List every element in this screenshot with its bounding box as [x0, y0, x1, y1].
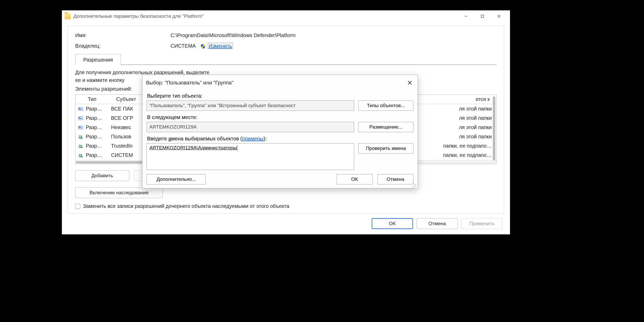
svg-rect-20 [80, 147, 83, 148]
svg-point-22 [81, 154, 82, 156]
add-button[interactable]: Добавить [75, 170, 129, 181]
lock-icon [78, 115, 84, 121]
users-icon [78, 134, 84, 140]
svg-point-13 [79, 135, 80, 137]
row-applies: папки, ее подпапо… [443, 143, 492, 149]
svg-point-14 [81, 135, 82, 137]
modal-ok-button[interactable]: OK [337, 174, 373, 184]
object-names-input[interactable]: ARTEMKOZORI129A\Администраторы [147, 143, 354, 170]
modal-cancel-button[interactable]: Отмена [377, 174, 413, 184]
svg-rect-5 [79, 108, 80, 109]
svg-rect-6 [79, 109, 82, 109]
examples-link[interactable]: примеры [242, 136, 264, 141]
row-subject: TrustedIn [111, 143, 137, 149]
svg-point-17 [79, 145, 80, 146]
close-button[interactable] [491, 11, 507, 21]
title-bar: Дополнительные параметры безопасности дл… [62, 11, 510, 22]
row-applies: ля этой папки [459, 124, 492, 130]
row-type: Разр… [86, 134, 109, 140]
cancel-button[interactable]: Отмена [417, 218, 458, 229]
users-icon [78, 143, 84, 149]
row-type: Разр… [86, 115, 109, 121]
modal-title: Выбор: "Пользователь" или "Группа" [146, 80, 233, 86]
check-names-button[interactable]: Проверить имена [358, 143, 413, 154]
advanced-button[interactable]: Дополнительно... [147, 174, 206, 184]
svg-rect-24 [80, 156, 83, 157]
row-subject: Пользов [111, 134, 137, 140]
row-type: Разр… [86, 152, 109, 158]
svg-rect-1 [481, 15, 484, 18]
row-applies: папки, ее подпапо… [443, 152, 492, 158]
svg-point-30 [413, 186, 414, 187]
row-type: Разр… [86, 143, 109, 149]
vertical-scrollbar[interactable] [493, 96, 495, 162]
row-subject: ВСЕ ПАК [111, 106, 137, 112]
replace-child-checkbox[interactable] [75, 204, 80, 209]
svg-rect-16 [80, 137, 83, 139]
apply-button: Применить [461, 218, 503, 229]
ok-button[interactable]: OK [372, 218, 413, 229]
location-field: ARTEMKOZORI129A [147, 122, 354, 132]
dialog-footer: OK Отмена Применить [62, 214, 510, 234]
svg-point-27 [416, 184, 416, 184]
locations-button[interactable]: Размещение... [358, 122, 413, 132]
lock-icon [78, 124, 84, 130]
lock-icon [78, 106, 84, 112]
row-type: Разр… [86, 124, 109, 130]
row-subject: СИСТЕМ [111, 152, 137, 158]
row-applies: ля этой папки [459, 134, 492, 140]
row-type: Разр… [86, 106, 109, 112]
enable-inheritance-button[interactable]: Включение наследования [75, 187, 163, 198]
svg-rect-8 [79, 117, 80, 118]
object-type-label: Выберите тип объекта: [147, 93, 413, 99]
svg-point-21 [79, 154, 80, 155]
object-type-field: "Пользователь", "Группа" или "Встроенный… [147, 100, 354, 111]
svg-point-32 [416, 186, 416, 187]
maximize-button[interactable] [474, 11, 491, 21]
object-types-button[interactable]: Типы объектов... [358, 100, 413, 111]
tab-permissions[interactable]: Разрешения [75, 54, 121, 65]
row-applies: ля этой папки [459, 106, 492, 112]
svg-point-18 [81, 145, 82, 146]
change-owner-link[interactable]: Изменить [208, 43, 233, 49]
folder-icon [65, 13, 71, 19]
replace-child-label: Заменить все записи разрешений дочернего… [83, 203, 289, 209]
name-value: C:\ProgramData\Microsoft\Windows Defende… [171, 32, 296, 38]
svg-rect-9 [79, 118, 82, 119]
location-label: В следующем месте: [147, 114, 413, 120]
col-applies[interactable]: ется к [476, 96, 490, 102]
svg-point-29 [416, 185, 416, 185]
window-controls [458, 11, 507, 21]
svg-point-28 [414, 185, 415, 185]
window-title: Дополнительные параметры безопасности дл… [73, 13, 204, 19]
owner-label: Владелец: [75, 43, 171, 49]
modal-close-button[interactable] [406, 79, 414, 87]
resize-grip-icon[interactable] [413, 183, 417, 187]
users-icon [78, 152, 84, 158]
row-applies: ля этой папки [459, 115, 492, 121]
minimize-button[interactable] [458, 11, 474, 21]
tab-strip: Разрешения [75, 54, 497, 65]
svg-rect-11 [79, 126, 80, 127]
name-label: Имя: [75, 32, 171, 38]
object-names-label: Введите имена выбираемых объектов (приме… [147, 136, 413, 142]
row-subject: Неизвес [111, 124, 137, 130]
col-type[interactable]: Тип [88, 96, 116, 102]
row-subject: ВСЕ ОГР [111, 115, 137, 121]
uac-shield-icon [200, 44, 206, 49]
svg-point-31 [414, 186, 415, 187]
svg-rect-12 [79, 128, 82, 128]
owner-value: СИСТЕМА [171, 43, 196, 49]
select-user-dialog: Выбор: "Пользователь" или "Группа" Выбер… [142, 75, 418, 188]
